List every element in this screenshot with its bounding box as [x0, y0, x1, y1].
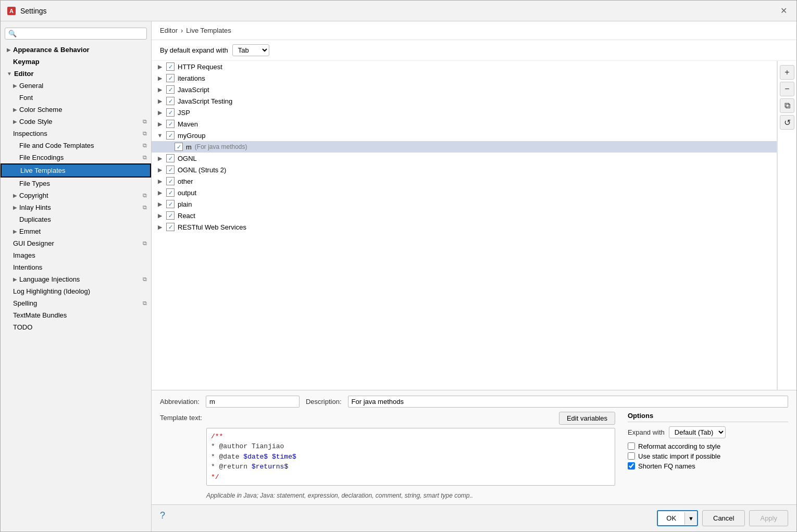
breadcrumb: Editor › Live Templates: [152, 21, 796, 40]
template-row-ognl[interactable]: ▶ OGNL: [152, 153, 777, 164]
sidebar-item-todo[interactable]: TODO: [1, 321, 151, 333]
expand-select[interactable]: Tab Enter Space: [232, 44, 269, 56]
check-other[interactable]: [166, 177, 175, 185]
sidebar-label: GUI Designer: [13, 239, 141, 247]
sidebar-search-container[interactable]: 🔍: [5, 28, 147, 40]
sidebar-item-gui-designer[interactable]: GUI Designer ⧉: [1, 237, 151, 249]
static-import-checkbox[interactable]: [628, 452, 635, 460]
expand-btn[interactable]: ▶: [156, 74, 164, 82]
check-iterations[interactable]: [166, 74, 175, 82]
sidebar-item-duplicates[interactable]: Duplicates: [1, 213, 151, 225]
template-row-javascript[interactable]: ▶ JavaScript: [152, 84, 777, 95]
expand-btn[interactable]: ▶: [156, 188, 164, 197]
remove-button[interactable]: −: [780, 82, 794, 96]
check-restful[interactable]: [166, 223, 175, 231]
sidebar-item-inlay-hints[interactable]: ▶ Inlay Hints ⧉: [1, 201, 151, 213]
sidebar-item-color-scheme[interactable]: ▶ Color Scheme: [1, 104, 151, 116]
close-button[interactable]: ✕: [777, 5, 790, 17]
reset-button[interactable]: ↺: [780, 115, 794, 130]
sidebar-item-file-encodings[interactable]: File Encodings ⧉: [1, 151, 151, 163]
check-ognl-struts[interactable]: [166, 166, 175, 174]
check-m[interactable]: [175, 143, 183, 151]
expand-btn[interactable]: ▶: [156, 223, 164, 231]
ok-button-container[interactable]: OK ▼: [657, 510, 698, 526]
expand-btn[interactable]: ▶: [156, 120, 164, 128]
expand-btn[interactable]: ▶: [156, 85, 164, 94]
sidebar-label: Color Scheme: [19, 106, 147, 113]
add-button[interactable]: +: [780, 65, 794, 80]
expand-btn[interactable]: ▶: [156, 211, 164, 220]
expand-btn[interactable]: ▶: [156, 200, 164, 208]
check-plain[interactable]: [166, 200, 175, 208]
expand-btn[interactable]: ▶: [156, 154, 164, 162]
check-javascript[interactable]: [166, 85, 175, 94]
template-row-react[interactable]: ▶ React: [152, 210, 777, 221]
check-output[interactable]: [166, 188, 175, 197]
sidebar-item-live-templates[interactable]: Live Templates: [1, 163, 151, 178]
expand-btn[interactable]: ▶: [156, 108, 164, 117]
check-maven[interactable]: [166, 120, 175, 128]
ok-button[interactable]: OK: [658, 511, 684, 525]
sidebar-label: File and Code Templates: [19, 142, 141, 149]
template-row-mygroup[interactable]: ▼ myGroup: [152, 130, 777, 141]
sidebar-label: Appearance & Behavior: [13, 46, 147, 54]
sidebar-item-editor[interactable]: ▼ Editor: [1, 68, 151, 80]
check-react[interactable]: [166, 211, 175, 220]
template-row-jsp[interactable]: ▶ JSP: [152, 107, 777, 118]
check-jsp[interactable]: [166, 108, 175, 117]
sidebar-label: Emmet: [19, 227, 147, 235]
sidebar-item-images[interactable]: Images: [1, 249, 151, 261]
cancel-button[interactable]: Cancel: [702, 510, 745, 526]
breadcrumb-part-editor: Editor: [160, 27, 178, 34]
expand-btn[interactable]: ▶: [156, 62, 164, 71]
search-input[interactable]: [19, 30, 143, 37]
template-row-plain[interactable]: ▶ plain: [152, 198, 777, 210]
sidebar-item-code-style[interactable]: ▶ Code Style ⧉: [1, 116, 151, 128]
description-input[interactable]: [348, 396, 788, 408]
sidebar-item-general[interactable]: ▶ General: [1, 80, 151, 92]
sidebar-item-file-code-templates[interactable]: File and Code Templates ⧉: [1, 140, 151, 151]
edit-variables-button[interactable]: Edit variables: [559, 412, 615, 425]
template-row-maven[interactable]: ▶ Maven: [152, 118, 777, 130]
check-http[interactable]: [166, 62, 175, 71]
sidebar-item-copyright[interactable]: ▶ Copyright ⧉: [1, 189, 151, 201]
expand-btn[interactable]: ▶: [156, 166, 164, 174]
check-ognl[interactable]: [166, 154, 175, 162]
template-text-editor[interactable]: /** * @author Tianjiao * @date $date$ $t…: [206, 428, 615, 486]
check-mygroup[interactable]: [166, 131, 175, 140]
template-row-ognl-struts[interactable]: ▶ OGNL (Struts 2): [152, 164, 777, 175]
sidebar-item-inspections[interactable]: Inspections ⧉: [1, 128, 151, 140]
expand-icon: ▶: [13, 83, 17, 88]
ok-dropdown-arrow[interactable]: ▼: [684, 512, 697, 525]
apply-button[interactable]: Apply: [749, 510, 788, 526]
reformat-checkbox[interactable]: [628, 442, 635, 450]
search-icon: 🔍: [8, 30, 17, 37]
expand-btn[interactable]: ▼: [156, 131, 164, 140]
template-row-http[interactable]: ▶ HTTP Request: [152, 61, 777, 72]
copy-button[interactable]: ⧉: [780, 98, 794, 113]
template-row-other[interactable]: ▶ other: [152, 175, 777, 187]
sidebar-item-spelling[interactable]: Spelling ⧉: [1, 297, 151, 309]
sidebar-item-intentions[interactable]: Intentions: [1, 261, 151, 273]
template-row-m[interactable]: m (For java methods): [152, 141, 777, 153]
sidebar-item-file-types[interactable]: File Types: [1, 178, 151, 189]
abbreviation-input[interactable]: [206, 396, 300, 408]
shorten-fq-checkbox[interactable]: [628, 462, 635, 470]
sidebar-item-keymap[interactable]: Keymap: [1, 56, 151, 68]
sidebar-item-language-injections[interactable]: ▶ Language Injections ⧉: [1, 273, 151, 285]
sidebar-item-emmet[interactable]: ▶ Emmet: [1, 225, 151, 237]
template-row-iterations[interactable]: ▶ iterations: [152, 72, 777, 84]
expand-btn[interactable]: ▶: [156, 177, 164, 185]
sidebar-item-textmate[interactable]: TextMate Bundles: [1, 309, 151, 321]
expand-with-select[interactable]: Default (Tab) Tab Enter Space: [669, 426, 726, 438]
expand-btn[interactable]: ▶: [156, 97, 164, 105]
template-row-output[interactable]: ▶ output: [152, 187, 777, 198]
sidebar-item-appearance[interactable]: ▶ Appearance & Behavior: [1, 44, 151, 56]
copy-icon: ⧉: [143, 154, 147, 161]
sidebar-item-log-highlighting[interactable]: Log Highlighting (Ideolog): [1, 285, 151, 297]
template-name: JavaScript Testing: [178, 97, 232, 105]
template-row-javascript-testing[interactable]: ▶ JavaScript Testing: [152, 95, 777, 107]
template-row-restful[interactable]: ▶ RESTful Web Services: [152, 221, 777, 233]
sidebar-item-font[interactable]: Font: [1, 92, 151, 104]
check-javascript-testing[interactable]: [166, 97, 175, 105]
